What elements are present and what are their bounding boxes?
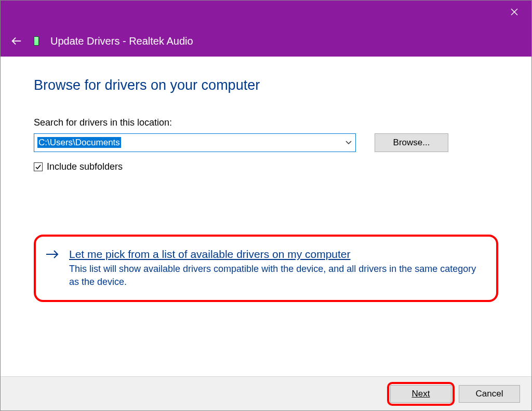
content-area: Browse for drivers on your computer Sear… [1,57,531,302]
pick-from-list-option[interactable]: Let me pick from a list of available dri… [34,235,498,302]
titlebar: Update Drivers - Realtek Audio [1,1,531,57]
back-button[interactable] [10,35,22,47]
page-heading: Browse for drivers on your computer [34,77,498,93]
close-icon [511,8,518,16]
browse-button[interactable]: Browse... [375,133,448,152]
cancel-button[interactable]: Cancel [459,385,520,403]
path-value: C:\Users\Documents [34,135,124,150]
pick-option-title: Let me pick from a list of available dri… [69,248,481,261]
next-button[interactable]: Next [390,385,451,403]
include-subfolders-label: Include subfolders [47,161,123,172]
close-button[interactable] [502,4,526,20]
device-icon [34,36,39,46]
back-arrow-icon [10,35,22,47]
window-title: Update Drivers - Realtek Audio [50,35,193,47]
dialog-footer: Next Cancel [1,376,531,410]
pick-option-description: This list will show available drivers co… [69,263,481,289]
arrow-right-icon [45,249,60,289]
include-subfolders-checkbox[interactable] [34,162,43,171]
path-combobox[interactable]: C:\Users\Documents [34,133,356,152]
checkmark-icon [35,163,42,170]
search-location-label: Search for drivers in this location: [34,117,498,128]
chevron-down-icon [345,140,352,145]
